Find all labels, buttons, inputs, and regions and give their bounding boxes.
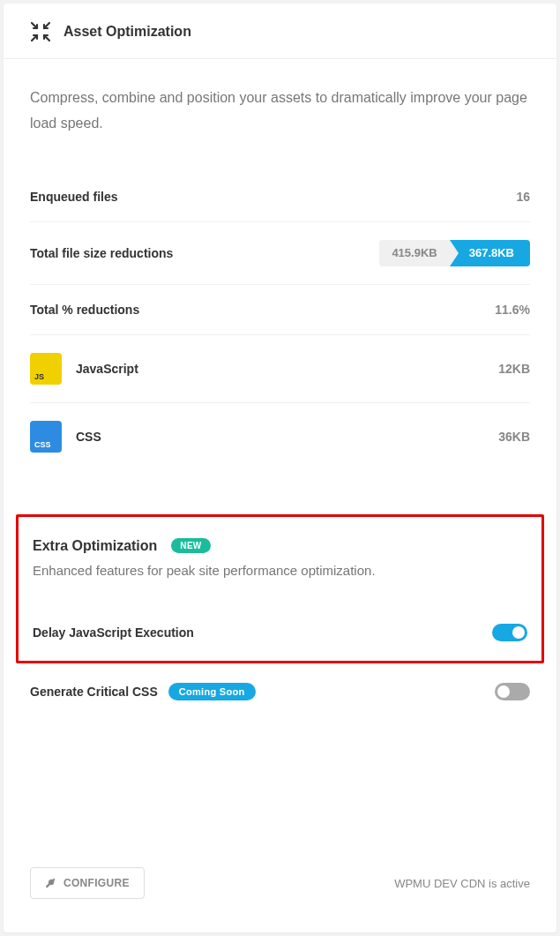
js-badge-icon: JS <box>30 353 62 385</box>
configure-label: CONFIGURE <box>63 877 130 889</box>
critical-css-row: Generate Critical CSS Coming Soon <box>30 663 530 716</box>
asset-size: 12KB <box>498 362 530 376</box>
size-after: 367.8KB <box>450 240 530 266</box>
stat-size-reduction: Total file size reductions 415.9KB 367.8… <box>30 221 530 284</box>
stat-value: 11.6% <box>495 303 530 317</box>
stat-percent-reduction: Total % reductions 11.6% <box>30 284 530 334</box>
size-reduction-pill: 415.9KB 367.8KB <box>379 240 530 266</box>
asset-row-css: CSS CSS 36KB <box>30 402 530 470</box>
asset-name: JavaScript <box>76 362 484 376</box>
asset-optimization-card: Asset Optimization Compress, combine and… <box>4 4 556 932</box>
stat-enqueued-files: Enqueued files 16 <box>30 172 530 221</box>
card-body: Compress, combine and position your asse… <box>4 59 556 716</box>
delay-js-label: Delay JavaScript Execution <box>33 625 194 640</box>
asset-row-js: JS JavaScript 12KB <box>30 334 530 402</box>
extra-optimization-highlight: Extra Optimization NEW Enhanced features… <box>16 514 544 663</box>
stat-label: Enqueued files <box>30 190 118 204</box>
card-footer: CONFIGURE WPMU DEV CDN is active <box>4 853 556 920</box>
size-before: 415.9KB <box>379 240 449 266</box>
card-description: Compress, combine and position your asse… <box>30 86 530 137</box>
critical-css-label-text: Generate Critical CSS <box>30 685 158 699</box>
stat-label: Total file size reductions <box>30 246 173 260</box>
coming-soon-badge: Coming Soon <box>168 683 256 700</box>
extra-description: Enhanced features for peak site performa… <box>33 563 527 578</box>
wrench-icon <box>45 878 56 889</box>
asset-size: 36KB <box>498 430 530 444</box>
delay-js-row: Delay JavaScript Execution <box>33 608 527 657</box>
card-header: Asset Optimization <box>4 4 556 59</box>
delay-js-toggle[interactable] <box>492 624 527 641</box>
critical-css-label: Generate Critical CSS Coming Soon <box>30 683 256 700</box>
css-badge-icon: CSS <box>30 421 62 453</box>
card-title: Asset Optimization <box>63 24 191 40</box>
stat-value: 16 <box>516 190 530 204</box>
asset-name: CSS <box>76 430 484 444</box>
critical-css-toggle[interactable] <box>495 683 530 700</box>
new-badge: NEW <box>171 538 210 553</box>
extra-title: Extra Optimization <box>33 538 157 554</box>
cdn-status-note: WPMU DEV CDN is active <box>394 877 530 890</box>
extra-optimization-header: Extra Optimization NEW <box>33 538 527 554</box>
configure-button[interactable]: CONFIGURE <box>30 867 145 899</box>
collapse-icon <box>30 21 51 42</box>
stat-label: Total % reductions <box>30 303 139 317</box>
